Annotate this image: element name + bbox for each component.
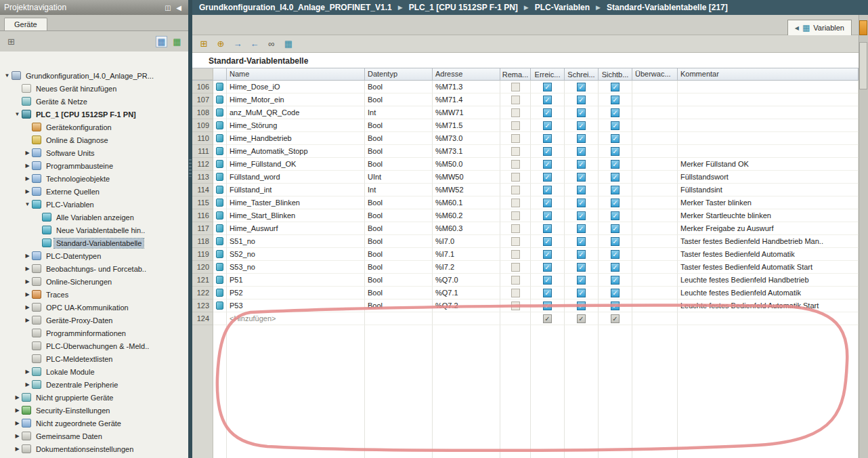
col-ueberwachung[interactable]: Überwac... [632, 68, 678, 80]
cell-adresse[interactable]: %M71.3 [433, 81, 500, 93]
visible-checkbox[interactable]: ✓ [611, 263, 620, 272]
cell-kommentar[interactable]: Füllstandsint [678, 184, 859, 196]
tree-item[interactable]: Neue Variablentabelle hin.. [0, 224, 188, 236]
table-row[interactable]: 109Hime_StörungBool%M71.5✓✓✓ [192, 119, 859, 132]
cell-kommentar[interactable]: Taster festes Bedienfeld Handbetrieb Man… [678, 235, 859, 248]
visible-checkbox[interactable]: ✓ [611, 108, 620, 117]
cell-kommentar[interactable]: Leuchte festes Bedienfeld Automatik [678, 287, 859, 299]
expander-icon[interactable]: ▶ [23, 278, 32, 285]
tree-item[interactable]: ▶Programmbausteine [0, 159, 188, 172]
col-kommentar[interactable]: Kommentar [678, 68, 859, 80]
cell-kommentar[interactable]: Merker Startleuchte blinken [678, 209, 859, 222]
expander-icon[interactable]: ▶ [13, 420, 22, 426]
writable-checkbox[interactable]: ✓ [577, 121, 586, 130]
writable-checkbox[interactable]: ✓ [577, 160, 586, 169]
cell-name[interactable]: Hime_Handbetrieb [227, 132, 365, 145]
cell-datentyp[interactable]: Bool [365, 196, 433, 209]
orange-indicator[interactable] [859, 20, 867, 35]
tree-item[interactable]: ▶Traces [0, 288, 188, 301]
visible-checkbox[interactable]: ✓ [611, 121, 620, 130]
tree-item[interactable]: Alle Variablen anzeigen [0, 211, 188, 224]
breadcrumb-item[interactable]: Standard-Variablentabelle [217] [607, 3, 728, 12]
cell-name[interactable]: Hime_Dose_iO [227, 81, 365, 93]
cell-datentyp[interactable]: Int [365, 184, 433, 196]
writable-checkbox[interactable]: ✓ [577, 173, 586, 182]
accessible-checkbox[interactable]: ✓ [543, 276, 552, 285]
tree-item[interactable]: ▶Online-Sicherungen [0, 275, 188, 288]
cell-adresse[interactable]: %MW52 [433, 184, 500, 196]
accessible-checkbox[interactable]: ✓ [543, 250, 552, 259]
cell-name[interactable]: S53_no [227, 261, 365, 274]
cell-name[interactable]: P51 [227, 274, 365, 287]
cell-name[interactable]: S52_no [227, 248, 365, 261]
accessible-checkbox[interactable]: ✓ [543, 83, 552, 91]
monitor-all-icon[interactable]: ∞ [265, 38, 278, 50]
tree-item[interactable]: ▶Dokumentationseinstellungen [0, 442, 188, 455]
tree-item[interactable]: Programminformationen [0, 327, 188, 339]
accessible-checkbox[interactable]: ✓ [543, 173, 552, 182]
export-icon[interactable]: → [232, 38, 244, 50]
tree-item[interactable]: Gerätekonfiguration [0, 121, 188, 133]
expander-icon[interactable]: ▶ [13, 446, 22, 452]
expander-icon[interactable]: ▶ [23, 381, 32, 388]
tree-item[interactable]: ▼PLC-Variablen [0, 198, 188, 211]
cell-kommentar[interactable]: Merker Taster blinken [678, 196, 859, 209]
cell-adresse[interactable]: %M50.0 [433, 158, 500, 171]
accessible-checkbox[interactable]: ✓ [543, 147, 552, 156]
accessible-checkbox[interactable]: ✓ [543, 199, 552, 207]
writable-checkbox[interactable]: ✓ [577, 289, 586, 297]
vertical-scrollbar[interactable] [859, 42, 867, 89]
add-row-icon[interactable]: ⊕ [215, 38, 227, 50]
cell-name[interactable]: P53 [227, 299, 365, 312]
accessible-checkbox[interactable]: ✓ [543, 301, 552, 310]
expander-icon[interactable]: ▶ [23, 188, 32, 194]
tree-item[interactable]: Geräte & Netze [0, 95, 188, 108]
col-rownum[interactable] [192, 68, 213, 80]
breadcrumb-item[interactable]: PLC_1 [CPU 1512SP F-1 PN] [409, 3, 518, 12]
table-row[interactable]: 114Füllstand_intInt%MW52✓✓✓Füllstandsint [192, 184, 859, 196]
insert-row-icon[interactable]: ⊞ [198, 38, 210, 50]
table-row[interactable]: 118S51_noBool%I7.0✓✓✓Taster festes Bedie… [192, 235, 859, 248]
cell-datentyp[interactable]: Bool [365, 287, 433, 299]
visible-checkbox[interactable]: ✓ [611, 173, 620, 182]
expander-icon[interactable]: ▶ [13, 433, 22, 439]
expander-icon[interactable]: ▶ [23, 291, 32, 297]
cell-adresse[interactable]: %M71.4 [433, 93, 500, 106]
add-row[interactable]: 124<Hinzufügen>✓✓✓ [192, 312, 859, 325]
visible-checkbox[interactable]: ✓ [611, 147, 620, 156]
writable-checkbox[interactable]: ✓ [577, 108, 586, 117]
writable-checkbox[interactable]: ✓ [577, 83, 586, 91]
visible-checkbox[interactable]: ✓ [611, 83, 620, 91]
cell-kommentar[interactable]: Füllstandswort [678, 171, 859, 184]
list-view-icon[interactable]: ▦ [171, 36, 183, 47]
writable-checkbox[interactable]: ✓ [577, 263, 586, 272]
cell-adresse[interactable]: %Q7.2 [433, 299, 500, 312]
col-name[interactable]: Name [227, 68, 365, 80]
visible-checkbox[interactable]: ✓ [611, 301, 620, 310]
tree-item[interactable]: ▶Nicht gruppierte Geräte [0, 391, 188, 404]
cell-adresse[interactable]: %M60.2 [433, 209, 500, 222]
expander-icon[interactable]: ▶ [13, 394, 22, 400]
breadcrumb-item[interactable]: Grundkonfiguration_I4.0_Anlage_PROFINET_… [199, 3, 392, 12]
table-row[interactable]: 122P52Bool%Q7.1✓✓✓Leuchte festes Bedienf… [192, 287, 859, 299]
visible-checkbox[interactable]: ✓ [611, 160, 620, 169]
cell-kommentar[interactable] [678, 81, 859, 93]
tree-item[interactable]: PLC-Meldetextlisten [0, 352, 188, 365]
expander-icon[interactable]: ▶ [23, 163, 32, 169]
table-row[interactable]: 108anz_MuM_QR_CodeInt%MW71✓✓✓ [192, 106, 859, 119]
tree-item[interactable]: ▶Gemeinsame Daten [0, 430, 188, 442]
cell-kommentar[interactable]: Taster festes Bedienfeld Automatik Start [678, 261, 859, 274]
table-row[interactable]: 106Hime_Dose_iOBool%M71.3✓✓✓ [192, 81, 859, 93]
col-sichtbar[interactable]: Sichtb... [599, 68, 632, 80]
cell-datentyp[interactable]: Int [365, 106, 433, 119]
cell-datentyp[interactable]: Bool [365, 132, 433, 145]
expander-icon[interactable]: ▶ [23, 266, 32, 272]
cell-adresse[interactable]: %M71.5 [433, 119, 500, 132]
cell-datentyp[interactable]: Bool [365, 158, 433, 171]
splitter-grip-icon[interactable] [189, 159, 192, 177]
cell-datentyp[interactable]: Bool [365, 299, 433, 312]
visible-checkbox[interactable]: ✓ [611, 211, 620, 220]
visible-checkbox[interactable]: ✓ [611, 250, 620, 259]
col-erreichbar[interactable]: Erreic... [531, 68, 565, 80]
table-row[interactable]: 123P53Bool%Q7.2✓✓✓Leuchte festes Bedienf… [192, 299, 859, 312]
